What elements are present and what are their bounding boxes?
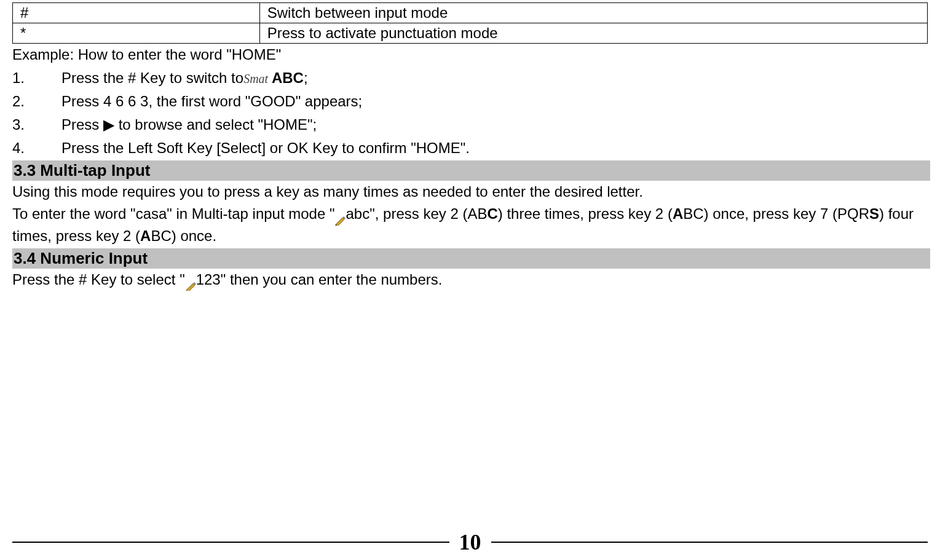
step-text-pre: Press the # Key to switch to	[61, 69, 243, 86]
section-34-body: Press the # Key to select "123" then you…	[12, 269, 928, 291]
section-header-34: 3.4 Numeric Input	[12, 248, 930, 269]
table-row: # Switch between input mode	[13, 3, 928, 23]
table-cell-desc: Switch between input mode	[259, 3, 927, 23]
key-table: # Switch between input mode * Press to a…	[12, 2, 928, 44]
text-part: To enter the word "casa" in Multi-tap in…	[12, 205, 334, 222]
step-text: Press 4 6 6 3, the first word "GOOD" app…	[61, 90, 928, 112]
text-part: 123" then you can enter the numbers.	[196, 271, 443, 288]
smart-icon: Smat	[243, 72, 268, 85]
step-number: 2.	[12, 90, 61, 112]
step-text-bold: ABC	[268, 69, 304, 86]
step-list: 1. Press the # Key to switch toSmat ABC;…	[12, 67, 928, 159]
text-part: abc", press key 2 (AB	[346, 205, 487, 222]
step-number: 3.	[12, 114, 61, 136]
svg-marker-0	[336, 218, 344, 226]
section-header-33: 3.3 Multi-tap Input	[12, 160, 930, 181]
text-part: BC) once, press key 7 (PQR	[683, 205, 869, 222]
step-item: 1. Press the # Key to switch toSmat ABC;	[12, 67, 928, 89]
section-33-body-1: Using this mode requires you to press a …	[12, 181, 928, 203]
table-cell-desc: Press to activate punctuation mode	[259, 23, 927, 44]
step-text: Press the Left Soft Key [Select] or OK K…	[61, 137, 928, 159]
pencil-icon	[185, 275, 196, 286]
text-bold: C	[487, 205, 497, 222]
pencil-icon	[334, 210, 346, 221]
text-part: BC) once.	[151, 227, 216, 244]
text-part: Press the # Key to select "	[12, 271, 185, 288]
section-33-body-2: To enter the word "casa" in Multi-tap in…	[12, 203, 928, 247]
step-text-end: ;	[304, 69, 308, 86]
text-bold: A	[673, 205, 683, 222]
step-number: 1.	[12, 67, 61, 89]
text-part: ) three times, press key 2 (	[498, 205, 673, 222]
step-item: 4. Press the Left Soft Key [Select] or O…	[12, 137, 928, 159]
svg-marker-3	[186, 283, 195, 291]
table-row: * Press to activate punctuation mode	[13, 23, 928, 44]
step-text: Press ▶ to browse and select "HOME";	[61, 114, 928, 136]
example-heading: Example: How to enter the word "HOME"	[12, 44, 928, 66]
table-cell-key: *	[13, 23, 260, 44]
step-text: Press the # Key to switch toSmat ABC;	[61, 67, 928, 89]
text-bold: S	[869, 205, 879, 222]
step-item: 3. Press ▶ to browse and select "HOME";	[12, 114, 928, 136]
step-number: 4.	[12, 137, 61, 159]
table-cell-key: #	[13, 3, 260, 23]
text-bold: A	[140, 227, 151, 244]
step-item: 2. Press 4 6 6 3, the first word "GOOD" …	[12, 90, 928, 112]
